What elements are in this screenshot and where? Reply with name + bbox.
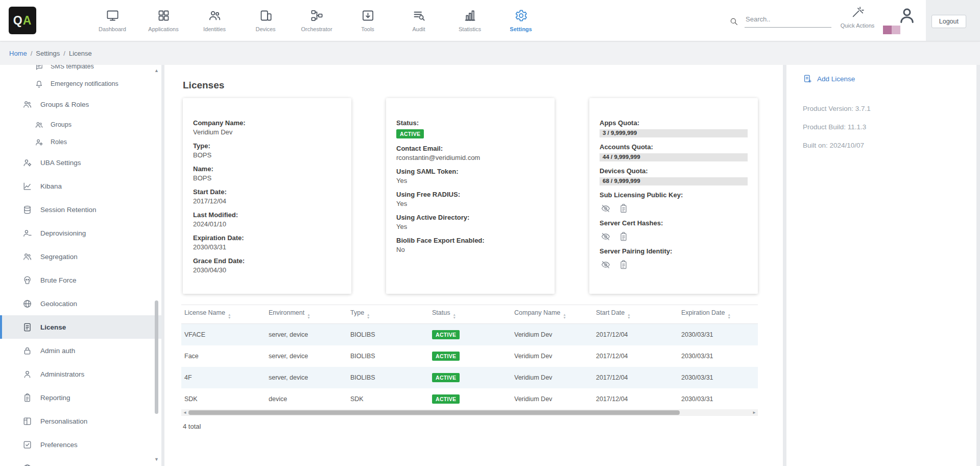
clipboard-icon	[22, 393, 32, 403]
sidebar-item-label: UBA Settings	[40, 159, 81, 167]
sidebar-item-geolocation[interactable]: Geolocation	[0, 292, 161, 315]
horizontal-scrollbar-thumb[interactable]	[188, 410, 680, 415]
sidebar-item-groups[interactable]: Groups	[0, 116, 161, 133]
search-input[interactable]	[745, 14, 831, 28]
sidebar-item-sms-templates[interactable]: SMS templates	[0, 65, 161, 75]
quota-label: Apps Quota:	[600, 119, 748, 128]
sidebar-item-personalisation[interactable]: Personalisation	[0, 409, 161, 433]
table-row[interactable]: Face server, device BIOLIBS ACTIVE Verid…	[181, 345, 758, 367]
sidebar-item-administrators[interactable]: Administrators	[0, 362, 161, 386]
user-avatar-icon[interactable]	[898, 6, 916, 25]
field-label: Using Free RADIUS:	[396, 190, 544, 199]
people-icon	[35, 121, 43, 129]
column-header-environment[interactable]: Environment	[266, 305, 347, 324]
sidebar-item-label: Deprovisioning	[40, 229, 86, 237]
nav-item-dashboard[interactable]: Dashboard	[87, 0, 138, 41]
field-expiration-date: Expiration Date: 2030/03/31	[193, 234, 341, 252]
column-header-expiration-date[interactable]: Expiration Date	[678, 305, 758, 324]
nav-item-orchestrator[interactable]: Orchestrator	[291, 0, 342, 41]
clipboard-copy-icon[interactable]	[618, 203, 629, 214]
secret-server-pairing-identity: Server Pairing Identity:	[600, 247, 748, 270]
field-company-name: Company Name: Veridium Dev	[193, 119, 341, 137]
table-row[interactable]: VFACE server, device BIOLIBS ACTIVE Veri…	[181, 324, 758, 346]
table-total-count: 4 total	[183, 423, 201, 430]
logout-button[interactable]: Logout	[931, 15, 966, 28]
column-header-start-date[interactable]: Start Date	[593, 305, 678, 324]
primary-nav: Dashboard Applications Identities Device…	[87, 0, 546, 41]
sidebar-item-segregation[interactable]: Segregation	[0, 245, 161, 268]
sidebar-item-emergency-notifications[interactable]: Emergency notifications	[0, 75, 161, 92]
search-icon[interactable]	[729, 17, 738, 26]
column-header-status[interactable]: Status	[429, 305, 511, 324]
sidebar-item-label: Admin auth	[40, 347, 75, 355]
cell-environment: device	[266, 388, 347, 410]
sidebar-item-label: Segregation	[40, 253, 78, 261]
bell-icon	[35, 80, 43, 88]
field-name: Name: BOPS	[193, 165, 341, 183]
status-badge: ACTIVE	[432, 352, 460, 361]
sort-icon	[228, 313, 231, 319]
clipboard-copy-icon[interactable]	[618, 260, 629, 270]
quota-value-bar: 68 / 9,999,999	[600, 177, 748, 185]
sidebar-item-groups-roles[interactable]: Groups & Roles	[0, 92, 161, 116]
scroll-up-icon[interactable]	[154, 68, 159, 73]
eye-off-icon[interactable]	[601, 203, 611, 214]
sidebar-item-kibana[interactable]: Kibana	[0, 174, 161, 198]
app-logo[interactable]: Q A	[9, 7, 36, 34]
people-icon	[22, 252, 32, 262]
nav-item-identities[interactable]: Identities	[189, 0, 240, 41]
sidebar-item-uba-settings[interactable]: UBA Settings	[0, 151, 161, 174]
cell-environment: server, device	[266, 324, 347, 346]
nav-item-label: Applications	[148, 26, 178, 32]
nav-item-devices[interactable]: Devices	[240, 0, 291, 41]
field-label: Biolib Face Export Enabled:	[396, 236, 544, 245]
clipboard-copy-icon[interactable]	[618, 231, 629, 242]
nav-item-applications[interactable]: Applications	[138, 0, 189, 41]
scroll-right-icon[interactable]	[751, 410, 758, 415]
table-row[interactable]: 4F server, device BIOLIBS ACTIVE Veridiu…	[181, 367, 758, 388]
cell-license-name: SDK	[181, 388, 266, 410]
product-version: Product Version: 3.7.1	[803, 104, 964, 113]
eye-off-icon[interactable]	[601, 260, 611, 270]
nav-item-audit[interactable]: Audit	[393, 0, 444, 41]
sidebar-item-label: SMS templates	[51, 65, 94, 70]
quick-actions-button[interactable]: Quick Actions	[836, 6, 878, 29]
column-header-company-name[interactable]: Company Name	[511, 305, 593, 324]
scroll-down-icon[interactable]	[154, 457, 159, 462]
sidebar-item-admin-auth[interactable]: Admin auth	[0, 339, 161, 362]
scroll-left-icon[interactable]	[181, 410, 188, 415]
column-header-license-name[interactable]: License Name	[181, 305, 266, 324]
table-horizontal-scrollbar	[181, 409, 758, 416]
sort-icon	[307, 313, 310, 319]
swatch-right	[892, 26, 900, 34]
table-row[interactable]: SDK device SDK ACTIVE Veridium Dev 2017/…	[181, 388, 758, 410]
sidebar-item-preferences[interactable]: Preferences	[0, 433, 161, 456]
sidebar-item-roles[interactable]: Roles	[0, 133, 161, 151]
sidebar-item-brute-force[interactable]: Brute Force	[0, 268, 161, 292]
sidebar-item-session-retention[interactable]: Session Retention	[0, 198, 161, 221]
cell-license-name: 4F	[181, 367, 266, 388]
lock-icon	[22, 346, 32, 356]
nav-item-tools[interactable]: Tools	[342, 0, 393, 41]
sidebar-item-reporting[interactable]: Reporting	[0, 386, 161, 409]
column-header-type[interactable]: Type	[347, 305, 429, 324]
table-header-row: License Name Environment Type Status Com…	[181, 305, 758, 324]
sidebar-scrollbar-thumb[interactable]	[155, 300, 158, 414]
document-icon	[22, 322, 32, 332]
breadcrumb-home-link[interactable]: Home	[9, 50, 27, 57]
cell-company: Veridium Dev	[511, 324, 593, 346]
sidebar-item-internationalisation[interactable]: Internationalisation	[0, 456, 161, 466]
person-gear-icon	[35, 138, 43, 147]
breadcrumb-settings[interactable]: Settings	[36, 50, 60, 57]
cell-start-date: 2017/12/04	[593, 388, 678, 410]
field-value: rconstantin@veridiumid.com	[396, 153, 544, 162]
add-license-button[interactable]: Add License	[803, 74, 964, 84]
nav-item-statistics[interactable]: Statistics	[444, 0, 495, 41]
eye-off-icon[interactable]	[601, 231, 611, 242]
secret-sub-licensing-public-key: Sub Licensing Public Key:	[600, 191, 748, 214]
bar-chart-icon	[463, 9, 477, 22]
sidebar-item-license[interactable]: License	[0, 315, 161, 339]
sidebar-item-label: License	[40, 323, 66, 331]
sidebar-item-deprovisioning[interactable]: Deprovisioning	[0, 221, 161, 245]
nav-item-settings[interactable]: Settings	[495, 0, 546, 41]
